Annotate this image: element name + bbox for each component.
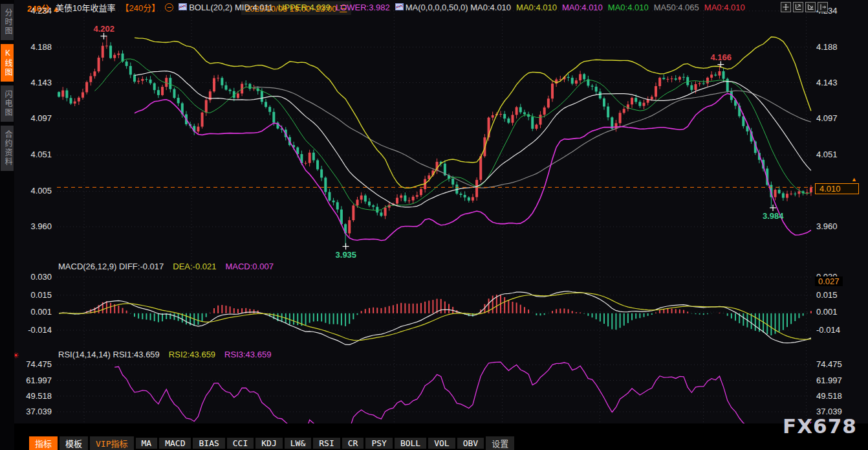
pan-icon[interactable] [781,2,791,12]
indicator-text: MA0:4.010 [516,3,557,12]
indicator-toolbar: 指标模板VIP指标MAMACDBIASCCIKDJLW&RSICRPSYBOLL… [14,436,868,450]
axis-zoom-left-icon[interactable] [793,2,803,12]
indicator-text: MA0:4.010 [608,3,649,12]
axis-zoom-right-icon[interactable] [805,2,816,12]
macd-panel-header: MACD(26,12,9) DIFF:-0.017DEA:-0.021MACD:… [58,262,274,271]
macd-value-badge: 0.027 [815,276,843,286]
toolbar-button-CCI[interactable]: CCI [227,438,254,449]
sidebar-tab-闪电图[interactable]: 闪电图 [1,85,14,122]
indicator-readout: MA0:4.010 [608,3,649,12]
period-label: 【240分】 [120,1,160,14]
indicator-readout: MA50:4.065 [654,3,699,12]
candlestick-chart[interactable] [0,0,868,450]
window-buttons [781,2,828,12]
panel-header-text: RSI2:43.659 [169,350,215,359]
time-axis-row [14,423,868,438]
toolbar-button-模板[interactable]: 模板 [60,436,88,450]
toolbar-button-MA[interactable]: MA [136,438,158,449]
panel-header-text: DEA:-0.021 [173,262,216,271]
panel-header-text: MACD:0.007 [225,262,273,271]
indicator-readout: BOLL(20,2) MID:4.011 [179,3,273,12]
sidebar-tab-K线图[interactable]: K线图 [1,44,14,82]
indicator-readout: MA(0,0,0,0,50,0) MA0:4.010 [395,3,511,12]
toolbar-button-VOL[interactable]: VOL [428,438,455,449]
toolbar-button-指标[interactable]: 指标 [29,436,58,450]
indicator-readout: MA0:4.010 [704,3,745,12]
indicator-readout: UPPER:4.039 [278,3,331,12]
toolbar-button-LW&[interactable]: LW& [285,438,311,449]
toolbar-button-RSI[interactable]: RSI [313,438,340,449]
panel-header-text: RSI(14,14,14) RSI1:43.659 [58,350,160,359]
toolbar-button-BOLL[interactable]: BOLL [395,438,426,449]
watermark: FX678 [783,414,857,438]
toolbar-button-PSY[interactable]: PSY [365,438,392,449]
symbol-title: 美债10年收益率 [56,1,115,14]
toolbar-button-CR[interactable]: CR [342,438,364,449]
toolbar-button-MACD[interactable]: MACD [159,438,191,449]
indicator-readout: MA0:4.010 [516,3,557,12]
rsi-panel-header: RSI(14,14,14) RSI1:43.659RSI2:43.659RSI3… [58,350,271,359]
sidebar: 分时图K线图闪电图合约资料 [0,0,14,450]
indicator-readout: LOWER:3.982 [336,3,390,12]
indicator-readouts: BOLL(20,2) MID:4.011UPPER:4.039LOWER:3.9… [179,3,745,12]
indicator-text: MA(0,0,0,0,50,0) MA0:4.010 [406,3,511,12]
sidebar-tab-合约资料[interactable]: 合约资料 [1,126,14,171]
collapse-circle-icon[interactable] [165,3,173,12]
chart-thumbnail-icon[interactable] [395,3,404,12]
indicator-text: MA0:4.010 [562,3,603,12]
price-up-arrow-icon: ▲ [851,176,857,183]
indicator-text: MA0:4.010 [704,3,745,12]
indicator-text: LOWER:3.982 [336,3,390,12]
panel-header-text: MACD(26,12,9) DIFF:-0.017 [58,262,164,271]
toolbar-button-OBV[interactable]: OBV [457,438,484,449]
toolbar-button-VIP指标[interactable]: VIP指标 [90,436,133,450]
indicator-text: BOLL(20,2) MID:4.011 [189,3,273,12]
chart-thumbnail-icon[interactable] [179,3,187,12]
toolbar-button-KDJ[interactable]: KDJ [255,438,282,449]
indicator-text: MA50:4.065 [654,3,699,12]
panel-header-text: RSI3:43.659 [224,350,271,359]
chart-header: 美债10年收益率 【240分】 BOLL(20,2) MID:4.011UPPE… [56,1,745,13]
current-price-badge: 4.010 [815,183,859,194]
indicator-text: UPPER:4.039 [278,3,331,12]
shift-right-icon[interactable] [818,2,828,12]
toolbar-button-BIAS[interactable]: BIAS [193,438,224,449]
toolbar-button-设置[interactable]: 设置 [486,436,514,450]
sidebar-tab-分时图[interactable]: 分时图 [1,4,14,40]
indicator-readout: MA0:4.010 [562,3,603,12]
